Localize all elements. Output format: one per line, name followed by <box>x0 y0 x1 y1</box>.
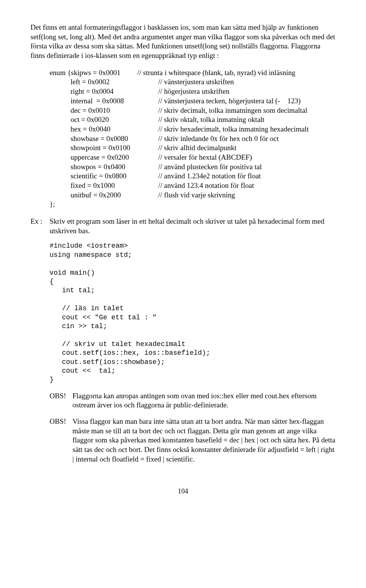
enum-row: uppercase = 0x0200// versaler för hextal… <box>50 153 336 162</box>
enum-comment: // använd 1.234e2 notation för float <box>158 171 261 181</box>
enum-row: left = 0x0002// vänsterjustera utskrifte… <box>50 77 336 87</box>
enum-comment: // skriv oktalt, tolka inmatning oktalt <box>158 115 265 125</box>
enum-row: scientific = 0x0800// använd 1.234e2 not… <box>50 171 336 181</box>
enum-row: unitbuf = 0x2000// flush vid varje skriv… <box>50 191 336 200</box>
enum-comment: // använd plustecken för positiva tal <box>158 162 262 172</box>
obs-2: OBS! Vissa flaggor kan man bara inte sät… <box>50 417 336 464</box>
obs-1: OBS! Flaggorna kan anropas antingen som … <box>50 391 336 410</box>
obs-label: OBS! <box>50 417 72 464</box>
enum-open: enum {skipws = 0x0001 <box>50 68 137 78</box>
enum-open-comment: // strunta i whitespace (blank, tab, nyr… <box>137 68 295 78</box>
enum-name: uppercase = 0x0200 <box>50 153 158 162</box>
page-number: 104 <box>30 487 336 496</box>
enum-comment: // använd 123.4 notation för float <box>158 181 254 191</box>
enum-comment: // vänsterjustera utskriften <box>158 77 234 87</box>
example-text: Skriv ett program som läser in ett helta… <box>50 217 336 236</box>
enum-name: fixed = 0x1000 <box>50 181 158 191</box>
enum-row: showbase = 0x0080// skriv inledande 0x f… <box>50 134 336 144</box>
enum-row: right = 0x0004// högerjustera utskriften <box>50 87 336 96</box>
enum-comment: // versaler för hextal (ABCDEF) <box>158 153 252 162</box>
enum-block: enum {skipws = 0x0001 // strunta i white… <box>50 68 336 209</box>
enum-name: oct = 0x0020 <box>50 115 158 125</box>
enum-comment: // vänsterjustera tecken, högerjustera t… <box>158 96 301 106</box>
enum-row: showpoint = 0x0100// skriv alltid decima… <box>50 143 336 153</box>
enum-comment: // flush vid varje skrivning <box>158 191 235 200</box>
enum-name: showpoint = 0x0100 <box>50 143 158 153</box>
enum-name: unitbuf = 0x2000 <box>50 191 158 200</box>
enum-name: right = 0x0004 <box>50 87 158 96</box>
enum-row: fixed = 0x1000// använd 123.4 notation f… <box>50 181 336 191</box>
obs-label: OBS! <box>50 391 72 410</box>
enum-comment: // skriv inledande 0x för hex och 0 för … <box>158 134 279 144</box>
enum-comment: // skriv hexadecimalt, tolka inmatning h… <box>158 125 309 134</box>
enum-row: dec = 0x0010// skriv decimalt, tolka inm… <box>50 106 336 115</box>
example-label: Ex : <box>30 217 50 236</box>
enum-comment: // skriv decimalt, tolka inmatningen som… <box>158 106 307 115</box>
enum-name: left = 0x0002 <box>50 77 158 87</box>
enum-comment: // skriv alltid decimalpunkt <box>158 143 236 153</box>
enum-name: internal = 0x0008 <box>50 96 158 106</box>
code-block: #include <iostream> using namespace std;… <box>50 242 336 384</box>
enum-row: oct = 0x0020// skriv oktalt, tolka inmat… <box>50 115 336 125</box>
enum-name: showpos = 0x0400 <box>50 162 158 172</box>
enum-row: hex = 0x0040// skriv hexadecimalt, tolka… <box>50 125 336 134</box>
enum-name: dec = 0x0010 <box>50 106 158 115</box>
intro-paragraph: Det finns ett antal formateringsflaggor … <box>30 23 336 61</box>
obs-text: Vissa flaggor kan man bara inte sätta ut… <box>72 417 336 464</box>
obs-text: Flaggorna kan anropas antingen som ovan … <box>72 391 336 410</box>
enum-close: }; <box>50 200 55 209</box>
enum-name: hex = 0x0040 <box>50 125 158 134</box>
enum-name: showbase = 0x0080 <box>50 134 158 144</box>
enum-comment: // högerjustera utskriften <box>158 87 230 96</box>
enum-row: internal = 0x0008// vänsterjustera tecke… <box>50 96 336 106</box>
example-row: Ex : Skriv ett program som läser in ett … <box>30 217 336 236</box>
enum-row: showpos = 0x0400// använd plustecken för… <box>50 162 336 172</box>
enum-name: scientific = 0x0800 <box>50 171 158 181</box>
